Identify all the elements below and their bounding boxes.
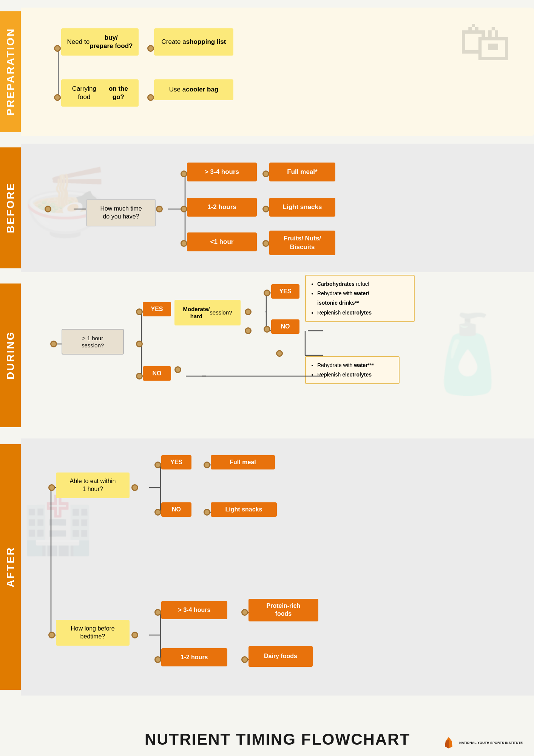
during-no2: NO <box>271 319 299 334</box>
logo-area: NATIONAL YOUTH SPORTS INSTITUTE <box>441 735 523 750</box>
during-no1: NO <box>143 366 171 381</box>
dot-after-bot <box>48 632 55 638</box>
dot-dur-mod-yes <box>245 308 252 315</box>
dot-after-snacks <box>204 509 210 516</box>
after-result-dairy: Dairy foods <box>248 646 313 667</box>
before-opt-3-4: > 3-4 hours <box>187 163 257 181</box>
prep-answer1: Create a shopping list <box>154 28 233 56</box>
before-question: How much timedo you have? <box>86 199 156 226</box>
dot-before-branch <box>156 206 163 212</box>
dot-after-no1 <box>154 509 161 516</box>
dot-dur-mod-no <box>245 327 252 334</box>
prep-answer2: Use a cooler bag <box>154 79 233 100</box>
prep-question2: Carrying food on the go? <box>61 79 139 107</box>
dot-after-protein <box>241 609 248 616</box>
dot-prep-4 <box>147 94 154 101</box>
dot-during-no <box>136 373 143 380</box>
dot-dur-no2 <box>264 326 270 333</box>
before-result-snacks: Light snacks <box>269 198 335 217</box>
dot-before-mid <box>181 206 187 212</box>
dot-before-top <box>181 170 187 177</box>
after-question1: Able to eat within1 hour? <box>56 472 130 498</box>
dot-prep-2 <box>147 45 154 52</box>
logo-text: NATIONAL YOUTH SPORTS INSTITUTE <box>459 741 523 745</box>
before-opt-1-2: 1-2 hours <box>187 198 257 217</box>
during-result-no: Rehydrate with water*** Replenish electr… <box>305 356 400 384</box>
dot-during-branch <box>136 341 143 347</box>
dot-after-3-4 <box>154 609 161 616</box>
dot-after-yes1 <box>154 462 161 468</box>
after-result-full: Full meal <box>211 455 275 469</box>
dot-before-r3 <box>262 240 269 247</box>
during-yes1: YES <box>143 302 171 316</box>
section-prep-label: PREPARATION <box>0 11 21 132</box>
dot-prep-1 <box>54 45 61 52</box>
during-moderate: Moderate/hard session? <box>174 300 241 325</box>
dot-dur-no-end <box>174 366 181 373</box>
dot-after-q2-branch <box>131 632 138 638</box>
after-opt-3-4: > 3-4 hours <box>161 601 227 619</box>
dot-prep-3 <box>54 94 61 101</box>
after-result-snacks: Light snacks <box>211 502 277 517</box>
dot-after-dairy <box>241 656 248 663</box>
dot-before-bot <box>181 240 187 247</box>
dot-during-yes <box>136 308 143 315</box>
section-during-label: DURING <box>0 284 21 427</box>
nysi-logo <box>441 735 456 750</box>
dot-before-r1 <box>262 170 269 177</box>
during-yes2: YES <box>271 284 299 299</box>
dot-after-q1-branch <box>131 484 138 491</box>
dot-after-1-2 <box>154 656 161 663</box>
during-question: > 1 hoursession? <box>62 329 124 355</box>
before-result-fruits: Fruits/ Nuts/Biscuits <box>269 231 335 255</box>
dot-dur-no2-drop <box>276 350 283 357</box>
before-opt-less1: <1 hour <box>187 232 257 251</box>
dot-after-full <box>204 462 210 468</box>
prep-question1: Need to buy/prepare food? <box>61 28 139 56</box>
dot-before-r2 <box>262 206 269 212</box>
section-after-label: AFTER <box>0 444 21 690</box>
after-yes1: YES <box>161 455 191 469</box>
after-result-protein: Protein-richfoods <box>248 599 318 621</box>
during-result-yes: Carbohydrates refuel Rehydrate with wate… <box>305 275 415 322</box>
before-result-full: Full meal* <box>269 163 335 181</box>
dot-after-top <box>48 484 55 491</box>
after-opt-1-2: 1-2 hours <box>161 648 227 666</box>
dot-during-start <box>50 341 57 347</box>
after-no1: NO <box>161 502 191 517</box>
dot-before-start <box>45 206 51 212</box>
dot-dur-yes2 <box>264 290 270 296</box>
after-question2: How long beforebedtime? <box>56 620 130 646</box>
section-before-label: BEFORE <box>0 147 21 268</box>
